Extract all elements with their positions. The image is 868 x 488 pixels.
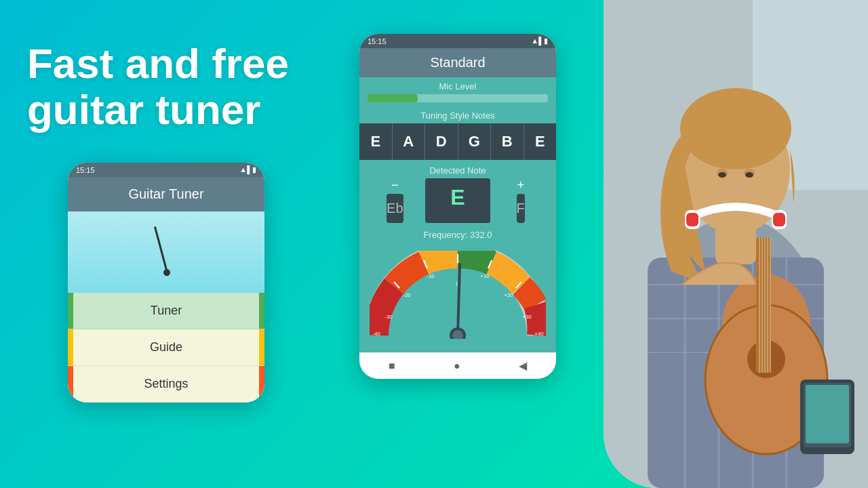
right-phone-mockup: 15:15 ▲▌▮ Standard Mic Level Tuning Styl… [359,34,556,379]
headline-line1: Fast and free [27,40,289,87]
svg-line-16 [458,264,460,336]
svg-rect-39 [773,213,785,226]
frequency-display: Frequency: 332.0 [359,226,556,244]
person-photo-bg [604,0,868,488]
detected-main-note: E [425,178,491,223]
plus-sign: + [517,178,524,194]
right-phone-time: 15:15 [368,37,387,45]
svg-text:+30: +30 [522,314,532,320]
notes-row: E A D G B E [359,123,556,160]
left-phone-time: 15:15 [76,166,95,174]
tuning-style-label: Tuning Style Notes [359,108,556,123]
svg-text:-10: -10 [427,273,435,279]
note-A[interactable]: A [393,123,426,160]
left-phone-status-bar: 15:15 ▲▌▮ [68,163,264,177]
mic-level-label: Mic Level [359,77,556,94]
tuner-needle [154,226,168,272]
headline-section: Fast and free guitar tuner [27,41,312,133]
mic-bar-background [368,94,548,102]
headline: Fast and free guitar tuner [27,41,312,133]
detected-plus-col: + F [493,178,548,223]
svg-point-34 [718,172,726,178]
detected-sharp: F [517,194,525,223]
svg-text:-30: -30 [384,314,393,320]
right-phone-title: Standard [359,48,556,77]
menu-bar-right-guide [259,329,264,365]
photo-section [604,0,868,488]
menu-bar-right-tuner [259,293,264,329]
svg-text:+40: +40 [534,331,544,337]
svg-rect-38 [686,213,698,226]
svg-text:+10: +10 [480,273,490,279]
svg-text:-20: -20 [403,292,411,298]
svg-point-31 [680,88,791,169]
menu-label-settings: Settings [81,377,251,391]
menu-bar-right-settings [259,366,264,402]
left-phone-mockup: 15:15 ▲▌▮ Guitar Tuner Tuner Guide Setti… [68,163,264,403]
left-phone-menu: Tuner Guide Settings [68,293,264,403]
back-button[interactable]: ◀ [519,359,527,372]
menu-bar-left-tuner [68,293,73,329]
menu-item-guide[interactable]: Guide [68,329,264,366]
menu-label-tuner: Tuner [81,304,251,318]
phone-nav-bar: ■ ● ◀ [359,352,556,379]
note-E2[interactable]: E [524,123,557,160]
detected-note-label: Detected Note [359,160,556,178]
mic-bar-fill [368,94,418,102]
svg-rect-52 [806,385,849,443]
menu-label-guide: Guide [81,340,251,354]
right-phone-status-icons: ▲▌▮ [531,37,548,45]
mic-bar-container [359,94,556,108]
detected-note-row: − Eb E + F [359,178,556,226]
left-phone-icons: ▲▌▮ [239,165,256,174]
menu-item-settings[interactable]: Settings [68,366,264,403]
note-G[interactable]: G [458,123,492,160]
person-illustration [604,0,868,488]
detected-minus-col: − Eb [368,178,422,223]
svg-text:-40: -40 [372,331,380,337]
svg-rect-44 [756,237,771,373]
left-phone-tuner-visual [68,211,264,293]
right-phone-body: Mic Level Tuning Style Notes E A D G B E… [359,77,556,379]
svg-point-35 [745,172,753,178]
left-phone-title: Guitar Tuner [68,177,264,211]
gauge-svg: 0 -10 +10 -20 +20 -30 +30 -40 +40 [370,251,546,339]
tuner-gauge: 0 -10 +10 -20 +20 -30 +30 -40 +40 [359,244,556,352]
detected-flat: Eb [387,194,403,223]
svg-text:+20: +20 [504,292,513,298]
square-button[interactable]: ■ [389,360,395,372]
menu-bar-left-settings [68,366,73,402]
note-E1[interactable]: E [359,123,393,160]
menu-bar-left-guide [68,329,73,365]
circle-button[interactable]: ● [454,360,460,372]
headline-line2: guitar tuner [27,86,260,133]
note-B[interactable]: B [491,123,524,160]
menu-item-tuner[interactable]: Tuner [68,293,264,329]
right-phone-status-bar: 15:15 ▲▌▮ [359,34,556,48]
note-D[interactable]: D [425,123,458,160]
minus-sign: − [391,178,399,194]
